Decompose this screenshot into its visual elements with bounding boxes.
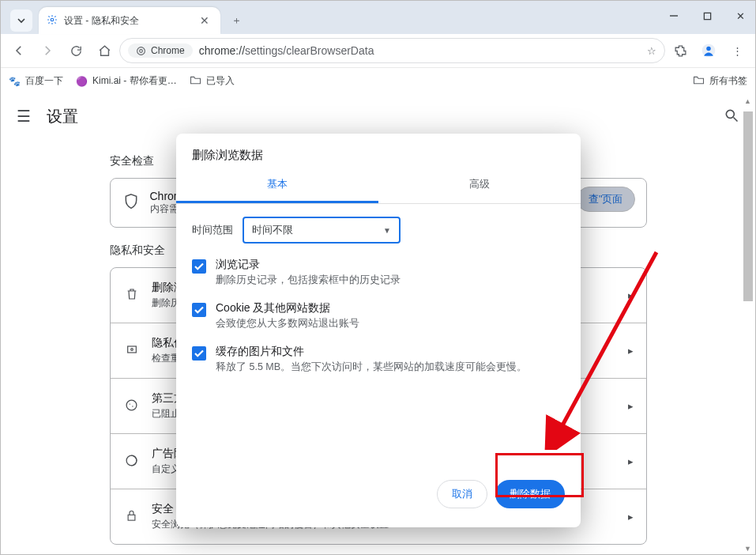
kimi-icon: 🟣 (76, 76, 88, 87)
check-title: Cookie 及其他网站数据 (216, 301, 359, 315)
svg-point-14 (126, 455, 137, 466)
checkbox-cache[interactable]: 缓存的图片和文件释放了 5.5 MB。当您下次访问时，某些网站的加载速度可能会更… (176, 337, 581, 380)
svg-point-10 (130, 349, 133, 351)
bookmark-label: 所有书签 (709, 74, 747, 88)
toolbar: Chrome chrome://settings/clearBrowserDat… (1, 34, 755, 67)
bookmark-star-button[interactable]: ☆ (647, 45, 656, 57)
confirm-delete-button[interactable]: 删除数据 (495, 480, 565, 508)
bookmark-label: 已导入 (206, 74, 235, 88)
forward-button[interactable] (34, 37, 61, 64)
home-button[interactable] (91, 37, 118, 64)
tab-overview-button[interactable] (10, 9, 32, 32)
svg-point-11 (126, 400, 137, 410)
bookmark-item[interactable]: 🐾百度一下 (9, 74, 63, 88)
cookie-icon (123, 398, 141, 414)
time-range-label: 时间范围 (192, 223, 233, 237)
svg-point-12 (130, 403, 130, 404)
svg-point-4 (140, 49, 143, 52)
checkbox-cookies[interactable]: Cookie 及其他网站数据会致使您从大多数网站退出账号 (176, 293, 581, 337)
time-range-select[interactable]: 时间不限 ▼ (243, 217, 401, 244)
search-icon[interactable] (724, 108, 739, 126)
shield-icon (123, 193, 139, 213)
bookmark-label: 百度一下 (25, 74, 63, 88)
chevron-right-icon: ▸ (628, 400, 634, 412)
checkbox-browsing-history[interactable]: 浏览记录删除历史记录，包括搜索框中的历史记录 (176, 250, 581, 293)
bookmarks-bar: 🐾百度一下 🟣Kimi.ai - 帮你看更… 已导入 所有书签 (1, 67, 755, 94)
site-chip-label: Chrome (151, 45, 185, 56)
chevron-down-icon (17, 16, 26, 25)
checkbox-checked-icon[interactable] (192, 346, 206, 361)
scrollbar-thumb[interactable] (743, 111, 753, 301)
new-tab-button[interactable]: ＋ (225, 9, 247, 32)
extensions-button[interactable] (667, 37, 694, 64)
scrollbar[interactable]: ▲ ▼ (743, 94, 754, 555)
dialog-title: 删除浏览数据 (176, 134, 581, 169)
time-range-value: 时间不限 (252, 223, 293, 237)
browser-tab[interactable]: 设置 - 隐私和安全 ✕ (39, 7, 220, 34)
chrome-icon (136, 46, 146, 56)
check-title: 浏览记录 (216, 258, 401, 272)
scroll-down-icon[interactable]: ▼ (744, 545, 751, 553)
baidu-icon: 🐾 (9, 76, 21, 87)
tab-title: 设置 - 隐私和安全 (64, 14, 190, 28)
trash-icon (123, 287, 141, 304)
close-window-button[interactable]: ✕ (730, 6, 750, 26)
hamburger-icon[interactable]: ☰ (17, 107, 31, 126)
lock-icon (123, 509, 141, 525)
folder-icon (693, 75, 705, 87)
bookmark-folder[interactable]: 已导入 (190, 74, 235, 88)
profile-button[interactable] (695, 37, 722, 64)
kebab-menu-button[interactable]: ⋮ (724, 37, 750, 64)
scroll-up-icon[interactable]: ▲ (744, 97, 751, 105)
chevron-down-icon: ▼ (383, 226, 391, 235)
url-text: chrome://settings/clearBrowserData (199, 44, 641, 57)
close-tab-button[interactable]: ✕ (197, 14, 213, 27)
cancel-button[interactable]: 取消 (437, 480, 487, 508)
svg-point-13 (132, 406, 133, 406)
address-bar[interactable]: Chrome chrome://settings/clearBrowserDat… (119, 38, 665, 63)
tab-advanced[interactable]: 高级 (378, 169, 581, 203)
svg-point-7 (726, 110, 734, 118)
svg-rect-2 (704, 13, 710, 19)
check-sub: 释放了 5.5 MB。当您下次访问时，某些网站的加载速度可能会更慢。 (216, 361, 527, 374)
ads-icon (123, 454, 141, 470)
checkbox-checked-icon[interactable] (192, 259, 206, 274)
go-button[interactable]: 查"页面 (577, 187, 635, 212)
page-title: 设置 (47, 106, 78, 127)
bookmark-item[interactable]: 🟣Kimi.ai - 帮你看更… (76, 74, 177, 88)
bookmark-label: Kimi.ai - 帮你看更… (92, 74, 177, 88)
checkbox-checked-icon[interactable] (192, 303, 206, 317)
gear-icon (47, 14, 58, 28)
check-sub: 删除历史记录，包括搜索框中的历史记录 (216, 274, 401, 287)
privacy-icon (123, 343, 141, 358)
svg-line-8 (734, 117, 738, 121)
check-title: 缓存的图片和文件 (216, 345, 527, 359)
check-sub: 会致使您从大多数网站退出账号 (216, 317, 359, 330)
minimize-button[interactable] (664, 6, 684, 26)
all-bookmarks-button[interactable]: 所有书签 (693, 74, 747, 88)
maximize-button[interactable] (697, 6, 717, 26)
svg-point-3 (137, 47, 145, 55)
svg-rect-15 (128, 515, 135, 520)
chevron-right-icon: ▸ (628, 511, 634, 523)
settings-header: ☰ 设置 (1, 94, 755, 138)
site-chip[interactable]: Chrome (128, 43, 193, 58)
reload-button[interactable] (62, 37, 89, 64)
chevron-right-icon: ▸ (628, 345, 634, 357)
chevron-right-icon: ▸ (628, 455, 634, 467)
folder-icon (190, 75, 201, 87)
svg-rect-9 (127, 346, 136, 353)
back-button[interactable] (6, 37, 32, 64)
tab-basic[interactable]: 基本 (176, 169, 378, 203)
clear-browsing-data-dialog: 删除浏览数据 基本 高级 时间范围 时间不限 ▼ 浏览记录删除历史记录，包括搜索… (176, 134, 581, 527)
svg-point-0 (51, 18, 54, 21)
svg-point-6 (706, 47, 711, 51)
chevron-right-icon: ▸ (628, 289, 634, 301)
title-bar: 设置 - 隐私和安全 ✕ ＋ ✕ (1, 1, 755, 34)
